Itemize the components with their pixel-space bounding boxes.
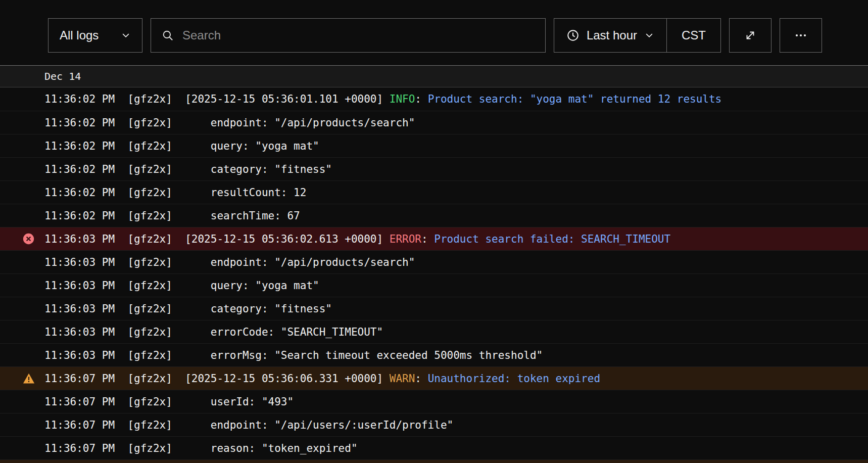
time-range-dropdown[interactable]: Last hour	[554, 19, 666, 52]
log-timestamp: 11:36:03 PM	[44, 280, 115, 292]
spacer	[115, 117, 127, 129]
spacer	[115, 140, 127, 152]
log-row[interactable]: 11:36:02 PM [gfz2x] searchTime: 67	[0, 204, 868, 227]
spacer	[115, 256, 127, 268]
log-message: Unauthorized: token expired	[428, 373, 600, 385]
log-tag: [gfz2x]	[127, 187, 172, 199]
log-detail: endpoint: "/api/products/search"	[185, 256, 415, 268]
log-row[interactable]: 11:36:02 PM [gfz2x] category: "fitness"	[0, 157, 868, 180]
spacer	[115, 396, 127, 408]
log-timestamp: 11:36:02 PM	[44, 210, 115, 222]
log-row[interactable]: 11:36:03 PM [gfz2x] endpoint: "/api/prod…	[0, 250, 868, 273]
spacer	[115, 187, 127, 199]
expand-button[interactable]	[729, 18, 771, 53]
spacer	[172, 256, 185, 268]
log-tag: [gfz2x]	[127, 419, 172, 431]
log-row[interactable]: 11:36:03 PM [gfz2x] [2025-12-15 05:36:02…	[0, 227, 868, 250]
log-timestamp: 11:36:03 PM	[44, 326, 115, 338]
log-message: Product search: "yoga mat" returned 12 r…	[428, 93, 722, 105]
log-line: 11:36:07 PM [gfz2x] reason: "token_expir…	[44, 442, 358, 454]
timezone-button[interactable]: CST	[667, 19, 720, 52]
log-list: 11:36:02 PM [gfz2x] [2025-12-15 05:36:01…	[0, 87, 868, 463]
log-tag: [gfz2x]	[127, 396, 172, 408]
log-row[interactable]: 11:36:02 PM [gfz2x] endpoint: "/api/prod…	[0, 111, 868, 134]
spacer	[383, 373, 390, 385]
chevron-down-icon	[121, 30, 131, 40]
log-level-badge: WARN	[390, 373, 415, 385]
log-detail: userId: "493"	[185, 396, 294, 408]
log-level-badge: ERROR	[390, 233, 421, 245]
log-detail: searchTime: 67	[185, 210, 300, 222]
log-line: 11:36:02 PM [gfz2x] searchTime: 67	[44, 210, 300, 222]
log-tag: [gfz2x]	[127, 373, 172, 385]
log-row[interactable]: 11:36:03 PM [gfz2x] errorMsg: "Search ti…	[0, 343, 868, 366]
timezone-label: CST	[682, 28, 706, 42]
spacer	[172, 117, 185, 129]
log-tag: [gfz2x]	[127, 256, 172, 268]
log-detail: reason: "token_expired"	[185, 442, 357, 454]
log-row[interactable]: 11:36:07 PM [gfz2x] reason: "token_expir…	[0, 436, 868, 459]
warning-icon	[23, 373, 35, 385]
log-timestamp: 11:36:03 PM	[44, 256, 115, 268]
log-detail: endpoint: "/api/products/search"	[185, 117, 415, 129]
spacer	[115, 210, 127, 222]
spacer	[172, 396, 185, 408]
log-line: 11:36:03 PM [gfz2x] category: "fitness"	[44, 303, 332, 315]
log-message: Product search failed: SEARCH_TIMEOUT	[434, 233, 670, 245]
log-datetime: [2025-12-15 05:36:06.331 +0000]	[185, 373, 383, 385]
log-level-colon: :	[415, 373, 427, 385]
spacer	[172, 233, 185, 245]
log-row[interactable]: 11:36:02 PM [gfz2x] resultCount: 12	[0, 180, 868, 204]
log-timestamp: 11:36:07 PM	[44, 373, 115, 385]
log-line: 11:36:03 PM [gfz2x] query: "yoga mat"	[44, 280, 319, 292]
log-row-gutter	[0, 233, 44, 245]
ellipsis-icon	[794, 28, 808, 42]
log-datetime: [2025-12-15 05:36:01.101 +0000]	[185, 93, 383, 105]
log-row[interactable]: 11:36:07 PM [gfz2x] [2025-12-15 05:36:06…	[0, 366, 868, 390]
log-line: 11:36:02 PM [gfz2x] [2025-12-15 05:36:01…	[44, 93, 721, 105]
log-row[interactable]: 11:36:03 PM [gfz2x] category: "fitness"	[0, 297, 868, 320]
log-detail: endpoint: "/api/users/:userId/profile"	[185, 419, 453, 431]
spacer	[115, 280, 127, 292]
log-detail: category: "fitness"	[185, 163, 332, 175]
log-detail: query: "yoga mat"	[185, 140, 319, 152]
log-timestamp: 11:36:03 PM	[44, 303, 115, 315]
more-options-button[interactable]	[780, 18, 822, 53]
log-timestamp: 11:36:07 PM	[44, 396, 115, 408]
spacer	[172, 210, 185, 222]
spacer	[172, 187, 185, 199]
log-detail: errorCode: "SEARCH_TIMEOUT"	[185, 326, 383, 338]
log-line: 11:36:07 PM [gfz2x] userId: "493"	[44, 396, 294, 408]
search-input[interactable]	[182, 28, 535, 42]
log-row[interactable]: 11:36:03 PM [gfz2x] query: "yoga mat"	[0, 273, 868, 297]
log-tag: [gfz2x]	[127, 233, 172, 245]
log-line: 11:36:02 PM [gfz2x] endpoint: "/api/prod…	[44, 117, 415, 129]
log-timestamp: 11:36:03 PM	[44, 233, 115, 245]
log-row[interactable]: 11:36:03 PM [gfz2x] errorCode: "SEARCH_T…	[0, 320, 868, 343]
log-tag: [gfz2x]	[127, 326, 172, 338]
log-tag: [gfz2x]	[127, 210, 172, 222]
log-timestamp: 11:36:02 PM	[44, 93, 115, 105]
spacer	[115, 163, 127, 175]
clock-icon	[566, 29, 580, 42]
log-row[interactable]: 11:36:07 PM [gfz2x] userId: "493"	[0, 390, 868, 413]
log-row[interactable]	[0, 459, 868, 463]
log-line: 11:36:07 PM [gfz2x] [2025-12-15 05:36:06…	[44, 373, 600, 385]
log-row-gutter	[0, 373, 44, 385]
log-row[interactable]: 11:36:02 PM [gfz2x] query: "yoga mat"	[0, 134, 868, 157]
spacer	[115, 419, 127, 431]
spacer	[172, 303, 185, 315]
log-line: 11:36:02 PM [gfz2x] query: "yoga mat"	[44, 140, 319, 152]
log-detail: query: "yoga mat"	[185, 280, 319, 292]
log-line: 11:36:02 PM [gfz2x] category: "fitness"	[44, 163, 332, 175]
date-header: Dec 14	[0, 65, 868, 87]
log-row[interactable]: 11:36:07 PM [gfz2x] endpoint: "/api/user…	[0, 413, 868, 436]
search-icon	[161, 29, 174, 42]
spacer	[115, 349, 127, 361]
log-line: 11:36:03 PM [gfz2x] endpoint: "/api/prod…	[44, 256, 415, 268]
search-box[interactable]	[151, 18, 546, 53]
log-tag: [gfz2x]	[127, 140, 172, 152]
log-row[interactable]: 11:36:02 PM [gfz2x] [2025-12-15 05:36:01…	[0, 87, 868, 111]
log-filter-dropdown[interactable]: All logs	[48, 18, 142, 53]
log-line: 11:36:02 PM [gfz2x] resultCount: 12	[44, 187, 306, 199]
